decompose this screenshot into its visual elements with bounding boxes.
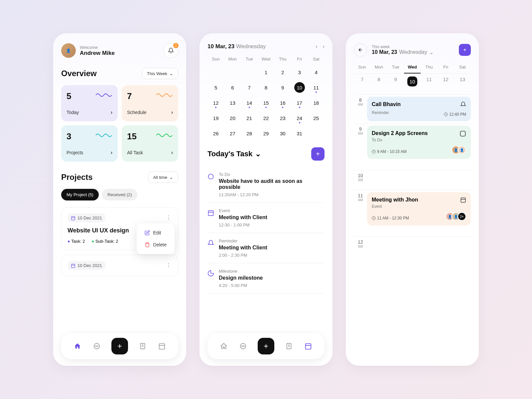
- more-button[interactable]: ⋮: [165, 213, 173, 221]
- nav-home[interactable]: [219, 341, 228, 351]
- more-button[interactable]: ⋮: [165, 261, 173, 269]
- calendar-day[interactable]: 9: [274, 81, 291, 93]
- calendar-day[interactable]: 10: [291, 81, 308, 93]
- chevron-down-icon: ⌄: [255, 150, 261, 158]
- tl-date[interactable]: 9: [387, 76, 404, 86]
- event-card-event[interactable]: Meeting with Jhon Event 11 AM - 12:30 PM…: [367, 192, 471, 225]
- event-card-todo[interactable]: Design 2 App Screens To Do 9 AM - 10:15 …: [367, 126, 471, 159]
- nav-add-button[interactable]: +: [258, 338, 274, 354]
- nav-calendar[interactable]: [157, 341, 167, 351]
- calendar-day[interactable]: 6: [224, 81, 241, 93]
- calendar-day[interactable]: 18: [308, 97, 325, 109]
- stat-schedule[interactable]: 7 Schedule›: [122, 85, 178, 121]
- calendar-day[interactable]: 21: [241, 112, 258, 124]
- task-item[interactable]: Milestone Design milestone 4:20 - 5:00 P…: [207, 263, 325, 294]
- sparkline-icon: [96, 131, 112, 139]
- calendar-day[interactable]: 8: [258, 81, 274, 93]
- calendar-icon: [158, 342, 166, 350]
- tl-date[interactable]: 13: [454, 76, 471, 86]
- menu-edit-label: Edit: [153, 230, 161, 235]
- tl-weekday[interactable]: Thu: [421, 65, 437, 73]
- svg-point-19: [244, 346, 245, 346]
- user-section[interactable]: 👤 Welcome Andrew Mike: [61, 43, 115, 58]
- calendar-day[interactable]: 20: [224, 112, 241, 124]
- projects-filter-dropdown[interactable]: All time ⌄: [148, 172, 178, 183]
- calendar-day[interactable]: 17: [291, 97, 308, 109]
- tl-date[interactable]: 11: [421, 76, 437, 86]
- tl-weekday[interactable]: Fri: [437, 65, 454, 73]
- weekday: Sun: [207, 57, 224, 62]
- tab-my-project[interactable]: My Project (5): [61, 189, 99, 200]
- task-title: Design milestone: [219, 275, 325, 281]
- event-card-reminder[interactable]: Call Bhavin Reminder 12:40 PM: [367, 97, 471, 121]
- calendar-day[interactable]: 5: [207, 81, 224, 93]
- stat-projects[interactable]: 3 Projects›: [61, 125, 118, 162]
- nav-notes[interactable]: [138, 341, 147, 351]
- timeline-date-dropdown[interactable]: 10 Mar, 23 Wednesday ⌄: [372, 49, 454, 56]
- calendar-day[interactable]: 2: [274, 66, 291, 78]
- project-card[interactable]: 10 Dec 2021 ⋮: [61, 255, 178, 276]
- projects-title: Projects: [61, 173, 93, 182]
- stat-all-task[interactable]: 15 All Task›: [122, 125, 178, 162]
- calendar-day[interactable]: 22: [258, 112, 274, 124]
- tl-weekday[interactable]: Wed: [404, 65, 421, 73]
- nav-calendar[interactable]: [304, 341, 313, 351]
- calendar-day[interactable]: 15: [258, 97, 274, 109]
- calendar-date[interactable]: 10 Mar, 23 Wednesday: [207, 43, 266, 50]
- calendar-day[interactable]: 27: [224, 127, 241, 139]
- weekday: Fri: [291, 57, 308, 62]
- tl-weekday[interactable]: Mon: [370, 65, 387, 73]
- add-task-button[interactable]: +: [311, 147, 325, 161]
- tl-date[interactable]: 10: [404, 76, 421, 86]
- calendar-day[interactable]: 4: [308, 66, 325, 78]
- tl-weekday[interactable]: Sat: [454, 65, 471, 73]
- tl-date[interactable]: 12: [437, 76, 454, 86]
- calendar-day[interactable]: 30: [274, 127, 291, 139]
- calendar-day[interactable]: 19: [207, 112, 224, 124]
- task-item[interactable]: To Do Website have to audit as soon as p…: [207, 167, 325, 203]
- calendar-day[interactable]: 28: [241, 127, 258, 139]
- calendar-day[interactable]: 16: [274, 97, 291, 109]
- tl-date[interactable]: 7: [354, 76, 370, 86]
- calendar-day[interactable]: 26: [207, 127, 224, 139]
- avatar[interactable]: 👤: [61, 43, 76, 58]
- next-button[interactable]: ›: [323, 44, 325, 50]
- calendar-day[interactable]: 7: [241, 81, 258, 93]
- calendar-day[interactable]: 25: [308, 112, 325, 124]
- back-button[interactable]: [354, 43, 367, 57]
- stat-today[interactable]: 5 Today›: [61, 85, 118, 121]
- calendar-day[interactable]: 29: [258, 127, 274, 139]
- calendar-day[interactable]: 31: [291, 127, 308, 139]
- calendar-day[interactable]: 14: [241, 97, 258, 109]
- calendar-day[interactable]: 23: [274, 112, 291, 124]
- nav-add-button[interactable]: +: [111, 338, 128, 354]
- menu-delete[interactable]: Delete: [140, 239, 171, 251]
- calendar-day[interactable]: 13: [224, 97, 241, 109]
- nav-home[interactable]: [73, 341, 82, 351]
- tasks-title[interactable]: Today's Task ⌄: [207, 150, 261, 158]
- nav-notes[interactable]: [284, 341, 294, 351]
- tl-date[interactable]: 8: [370, 76, 387, 86]
- tl-weekday[interactable]: Tue: [387, 65, 404, 73]
- calendar-day[interactable]: 12: [207, 97, 224, 109]
- calendar-day[interactable]: 1: [258, 66, 274, 78]
- calendar-day[interactable]: 3: [291, 66, 308, 78]
- menu-edit[interactable]: Edit: [140, 227, 171, 239]
- notifications-button[interactable]: 2: [164, 43, 178, 58]
- tl-weekday[interactable]: Sun: [354, 65, 370, 73]
- overview-filter-dropdown[interactable]: This Week ⌄: [142, 68, 178, 79]
- nav-chat[interactable]: [92, 341, 101, 351]
- calendar-day[interactable]: 11: [308, 81, 325, 93]
- project-card[interactable]: 10 Dec 2021 ⋮ Edit Delete Website UI UX …: [61, 207, 178, 250]
- task-item[interactable]: Event Meeting with Client 12:30 - 1:00 P…: [207, 203, 325, 233]
- task-item[interactable]: Reminder Meeting with Client 2:00 - 2:30…: [207, 233, 325, 263]
- svg-point-6: [96, 346, 97, 346]
- add-event-button[interactable]: +: [459, 44, 471, 56]
- calendar-days: 1234567891011121314151617181920212223242…: [207, 66, 325, 139]
- calendar-day[interactable]: 24: [291, 112, 308, 124]
- nav-chat[interactable]: [238, 341, 248, 351]
- checkbox-icon[interactable]: [460, 130, 466, 137]
- tab-received[interactable]: Received (2): [102, 189, 137, 200]
- weekday: Thu: [274, 57, 291, 62]
- prev-button[interactable]: ‹: [316, 44, 317, 50]
